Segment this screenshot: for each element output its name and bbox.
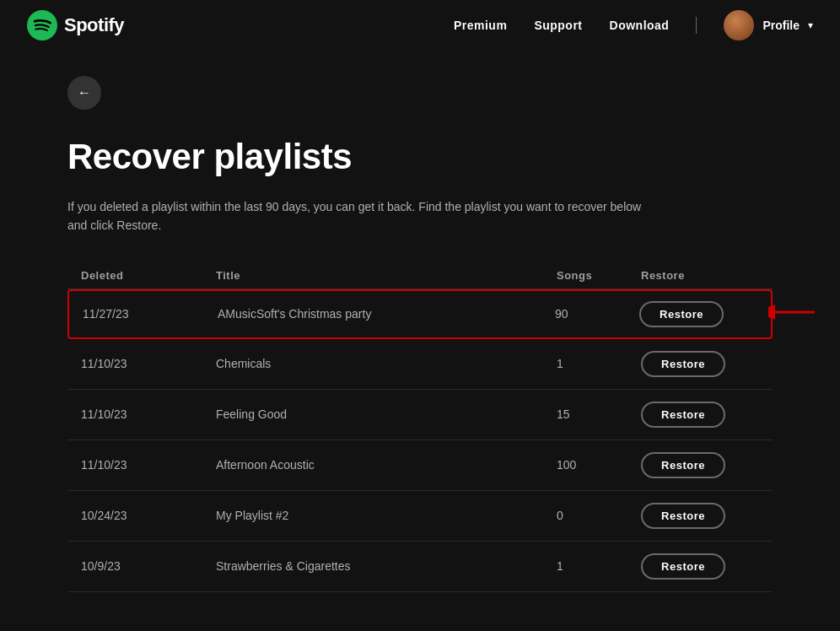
- cell-songs: 0: [557, 509, 641, 522]
- chevron-down-icon: ▾: [808, 19, 813, 31]
- cell-songs: 100: [557, 458, 641, 472]
- row-wrapper: 10/24/23My Playlist #20Restore: [67, 491, 773, 542]
- navbar-links: Premium Support Download Profile ▾: [454, 10, 813, 40]
- row-wrapper: 11/10/23Chemicals1Restore: [67, 339, 773, 390]
- row-wrapper: 10/9/23Strawberries & Cigarettes1Restore: [67, 542, 773, 592]
- arrow-annotation: [768, 299, 819, 328]
- page-title: Recover playlists: [67, 137, 773, 177]
- spotify-logo-icon: [27, 10, 57, 40]
- cell-deleted: 11/10/23: [81, 458, 216, 472]
- table-row: 11/10/23Afternoon Acoustic100Restore: [67, 440, 773, 491]
- restore-button[interactable]: Restore: [641, 351, 725, 377]
- cell-title: Afternoon Acoustic: [216, 458, 557, 472]
- restore-button[interactable]: Restore: [641, 402, 725, 428]
- cell-restore: Restore: [641, 351, 759, 377]
- nav-premium-link[interactable]: Premium: [454, 19, 507, 32]
- navbar-brand-area: Spotify: [27, 10, 124, 40]
- table-header: Deleted Title Songs Restore: [67, 262, 773, 289]
- cell-title: My Playlist #2: [216, 509, 557, 522]
- cell-restore: Restore: [641, 452, 759, 478]
- cell-songs: 90: [555, 307, 639, 321]
- avatar: [724, 10, 754, 40]
- cell-title: Feeling Good: [216, 407, 557, 421]
- header-deleted: Deleted: [81, 269, 216, 282]
- table-row: 10/9/23Strawberries & Cigarettes1Restore: [67, 542, 773, 592]
- nav-support-link[interactable]: Support: [534, 19, 582, 32]
- table-row: 11/10/23Chemicals1Restore: [67, 339, 773, 390]
- profile-menu[interactable]: Profile ▾: [724, 10, 813, 40]
- back-button[interactable]: ←: [67, 76, 101, 110]
- table-row: 10/24/23My Playlist #20Restore: [67, 491, 773, 542]
- header-songs: Songs: [557, 269, 641, 282]
- row-wrapper: 11/10/23Feeling Good15Restore: [67, 390, 773, 440]
- restore-button[interactable]: Restore: [641, 503, 725, 529]
- nav-divider: [696, 17, 697, 34]
- page-description: If you deleted a playlist within the las…: [67, 197, 658, 235]
- main-content: ← Recover playlists If you deleted a pla…: [0, 51, 840, 626]
- cell-deleted: 11/10/23: [81, 357, 216, 370]
- restore-button[interactable]: Restore: [641, 452, 725, 478]
- restore-button[interactable]: Restore: [641, 553, 725, 580]
- cell-songs: 15: [557, 407, 641, 421]
- restore-button[interactable]: Restore: [639, 301, 724, 327]
- cell-title: AMusicSoft's Christmas party: [218, 307, 555, 321]
- nav-download-link[interactable]: Download: [610, 19, 670, 32]
- table-row: 11/27/23AMusicSoft's Christmas party90Re…: [67, 289, 773, 339]
- cell-songs: 1: [557, 559, 641, 573]
- table-row: 11/10/23Feeling Good15Restore: [67, 390, 773, 440]
- navbar: Spotify Premium Support Download Profile…: [0, 0, 840, 51]
- cell-deleted: 11/27/23: [83, 307, 218, 321]
- back-arrow-icon: ←: [78, 85, 91, 100]
- cell-restore: Restore: [641, 402, 759, 428]
- row-wrapper: 11/10/23Afternoon Acoustic100Restore: [67, 440, 773, 491]
- cell-restore: Restore: [639, 301, 757, 327]
- cell-deleted: 10/9/23: [81, 559, 216, 573]
- playlists-table-container: Deleted Title Songs Restore 11/27/23AMus…: [67, 262, 773, 592]
- avatar-image: [724, 10, 754, 40]
- cell-songs: 1: [557, 357, 641, 370]
- cell-restore: Restore: [641, 503, 759, 529]
- row-wrapper: 11/27/23AMusicSoft's Christmas party90Re…: [67, 289, 773, 339]
- cell-deleted: 10/24/23: [81, 509, 216, 522]
- table-rows: 11/27/23AMusicSoft's Christmas party90Re…: [67, 289, 773, 592]
- header-restore: Restore: [641, 269, 759, 282]
- header-title: Title: [216, 269, 557, 282]
- spotify-wordmark: Spotify: [64, 14, 124, 36]
- cell-restore: Restore: [641, 553, 759, 580]
- cell-title: Strawberries & Cigarettes: [216, 559, 557, 573]
- profile-name-label: Profile: [762, 19, 800, 32]
- cell-title: Chemicals: [216, 357, 557, 370]
- cell-deleted: 11/10/23: [81, 407, 216, 421]
